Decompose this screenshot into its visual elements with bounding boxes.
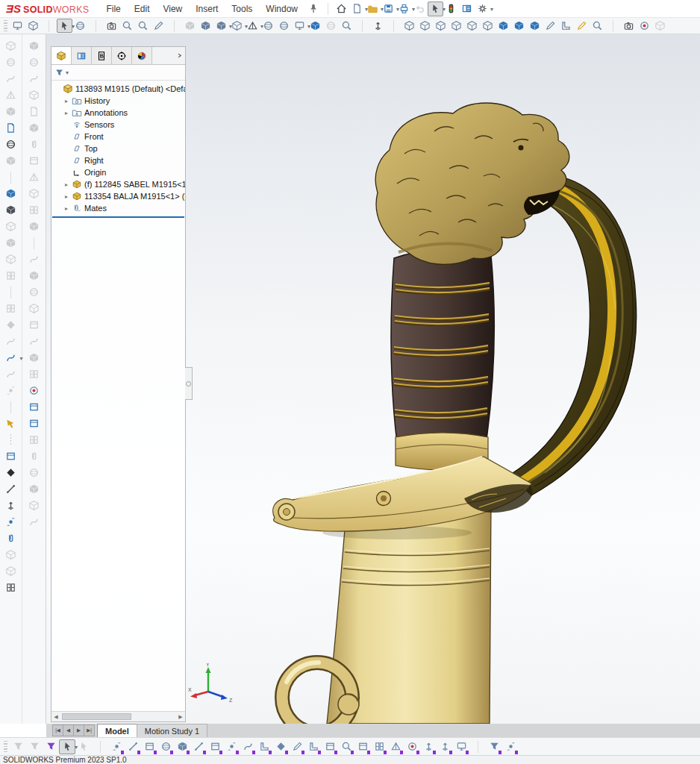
- menu-item[interactable]: Window: [259, 1, 304, 16]
- tab-propertymanager[interactable]: [72, 47, 92, 64]
- capture-box1-icon[interactable]: [25, 399, 43, 415]
- tab-displaymanager[interactable]: [132, 47, 152, 64]
- expand-arrow-icon[interactable]: ▸: [63, 205, 69, 212]
- filter-axis-icon[interactable]: [190, 739, 207, 754]
- feature-tool-icon[interactable]: [25, 448, 43, 464]
- filter-muted2-icon[interactable]: [26, 739, 43, 754]
- toolbar-drag-handle[interactable]: [4, 20, 7, 31]
- feature-tool-icon[interactable]: [25, 153, 43, 169]
- view-isometric-icon[interactable]: [496, 19, 511, 33]
- magnifier-pen-icon[interactable]: [151, 19, 166, 33]
- screenshot-camera-icon[interactable]: [104, 19, 119, 33]
- filter-active-icon[interactable]: [43, 739, 59, 754]
- feature-tool-icon[interactable]: [25, 219, 43, 234]
- feature-tool-icon[interactable]: [2, 268, 20, 284]
- command-manager-icon[interactable]: [459, 1, 475, 16]
- view-settings-icon[interactable]: [292, 19, 307, 33]
- export-image-icon[interactable]: [10, 19, 25, 33]
- feature-tool-icon[interactable]: [2, 301, 20, 316]
- feature-tool-icon[interactable]: [25, 169, 43, 185]
- view-top-icon[interactable]: [464, 19, 480, 33]
- filter-dropdown-icon[interactable]: ▾: [66, 69, 69, 76]
- filter-annotation-icon[interactable]: [354, 739, 371, 754]
- feature-tool-icon[interactable]: [25, 514, 43, 530]
- menu-item[interactable]: View: [156, 1, 189, 16]
- rollback-bar[interactable]: [52, 216, 184, 218]
- edit-model-icon[interactable]: [25, 19, 41, 33]
- draft-wedge-icon[interactable]: [543, 19, 558, 33]
- feature-tool-icon[interactable]: [25, 87, 43, 103]
- view-trimetric-icon[interactable]: [511, 19, 527, 33]
- spline-tool-icon[interactable]: [2, 350, 20, 366]
- tree-horizontal-scrollbar[interactable]: ◀ ▶: [51, 711, 185, 721]
- mate-clip-icon[interactable]: [2, 530, 20, 546]
- feature-tool-icon[interactable]: [25, 268, 43, 284]
- feature-tool-icon[interactable]: [25, 432, 43, 448]
- new-document-icon[interactable]: [349, 1, 365, 16]
- filter-funnel-icon[interactable]: [54, 68, 64, 78]
- feature-tool-icon[interactable]: [25, 317, 43, 333]
- feature-tool-icon[interactable]: [2, 71, 20, 87]
- expand-arrow-icon[interactable]: ▸: [63, 193, 69, 200]
- feature-tool-icon[interactable]: [2, 366, 20, 382]
- tree-item[interactable]: ▸ Sensors: [51, 119, 185, 131]
- feature-tool-icon[interactable]: [25, 120, 43, 136]
- filter-custom-icon[interactable]: [502, 739, 519, 754]
- tree-item[interactable]: ▸ Origin: [51, 166, 185, 178]
- sketch-view-icon[interactable]: [574, 19, 590, 33]
- feature-tool-icon[interactable]: [25, 481, 43, 497]
- zoom-fit-icon[interactable]: [119, 19, 135, 33]
- expand-arrow-icon[interactable]: ▸: [63, 181, 69, 188]
- expand-arrow-icon[interactable]: ▸: [63, 110, 69, 116]
- filter-sketch-icon[interactable]: [289, 739, 305, 754]
- feature-tool-icon[interactable]: [2, 104, 20, 119]
- feature-tool-icon[interactable]: [2, 317, 20, 333]
- tree-item[interactable]: ▸ Right: [51, 154, 185, 166]
- filter-diamond-icon[interactable]: [272, 739, 289, 754]
- feature-tool-icon[interactable]: [25, 498, 43, 513]
- tree-item[interactable]: ▸ (f) 112845 SABEL M1915<1> (Default: [51, 178, 185, 190]
- filter-surface-icon[interactable]: [157, 739, 174, 754]
- panel-splitter-handle[interactable]: [185, 367, 193, 400]
- expand-arrow-icon[interactable]: ▸: [63, 98, 69, 104]
- menu-item[interactable]: Tools: [225, 1, 259, 16]
- feature-tool-icon[interactable]: [25, 350, 43, 366]
- feature-tool-icon[interactable]: [2, 38, 20, 54]
- filter-select-arrow-icon[interactable]: [59, 739, 75, 754]
- panel-tabs-overflow-icon[interactable]: [173, 47, 185, 64]
- view-bottom-icon[interactable]: [480, 19, 496, 33]
- filter-plane-icon[interactable]: [207, 739, 223, 754]
- ghost-cube-icon[interactable]: [652, 19, 668, 33]
- select-tool-icon[interactable]: [428, 1, 443, 16]
- capture-box2-icon[interactable]: [25, 416, 43, 431]
- feature-tool-icon[interactable]: [25, 104, 43, 119]
- preview-zoom-icon[interactable]: [339, 19, 354, 33]
- open-icon[interactable]: [365, 1, 381, 16]
- feature-tool-icon[interactable]: [2, 334, 20, 349]
- tree-item[interactable]: ▸ 113354 BALJA M1915<1> (Default) <: [51, 190, 185, 202]
- feature-tool-icon[interactable]: [25, 54, 43, 70]
- view-dimetric-icon[interactable]: [527, 19, 543, 33]
- scrollbar-track[interactable]: [60, 713, 176, 720]
- feature-tool-icon[interactable]: [2, 54, 20, 70]
- filter-curve-icon[interactable]: [240, 739, 256, 754]
- filter-block-icon[interactable]: [453, 739, 469, 754]
- feature-tool-icon[interactable]: [25, 465, 43, 480]
- feature-tool-icon[interactable]: [25, 202, 43, 218]
- feature-tool-icon[interactable]: [2, 383, 20, 398]
- filter-arrow-muted-icon[interactable]: [75, 739, 92, 754]
- tab-dimxpertmanager[interactable]: [112, 47, 132, 64]
- feature-tool-icon[interactable]: [2, 563, 20, 579]
- pin-menu-icon[interactable]: [307, 3, 319, 15]
- scroll-right-icon[interactable]: ▶: [176, 714, 185, 720]
- filter-pin2-icon[interactable]: [437, 739, 453, 754]
- filter-weld-icon[interactable]: [387, 739, 404, 754]
- shaded-cube-icon[interactable]: [307, 19, 323, 33]
- save-icon[interactable]: [381, 1, 396, 16]
- filter-vertices-icon[interactable]: [108, 739, 125, 754]
- tab-nav-button[interactable]: ◀: [63, 724, 74, 736]
- view-orientation-icon[interactable]: [245, 19, 260, 33]
- feature-tool-icon[interactable]: [2, 87, 20, 103]
- reference-line-icon[interactable]: [2, 481, 20, 497]
- feature-tool-icon[interactable]: [25, 137, 43, 152]
